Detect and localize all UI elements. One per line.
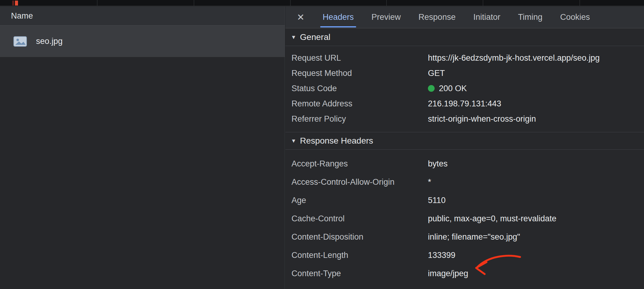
header-value-text: GET <box>428 69 445 78</box>
header-key: Request URL <box>291 53 428 63</box>
general-section-title: General <box>300 32 331 42</box>
column-divider <box>290 0 291 6</box>
overview-red-tick-dark <box>12 1 14 5</box>
header-key: Referrer Policy <box>291 114 428 124</box>
header-key: Cache-Control <box>291 214 428 223</box>
header-value-text: https://jk-6edzsdymb-jk-host.vercel.app/… <box>428 53 600 63</box>
header-key: Status Code <box>291 84 428 93</box>
header-row: Cache-Control public, max-age=0, must-re… <box>285 209 644 228</box>
header-value: inline; filename="seo.jpg" <box>428 232 520 242</box>
header-value: bytes <box>428 159 448 169</box>
image-file-icon <box>13 36 27 47</box>
response-headers-section: ▼ Response Headers Accept-Ranges bytes A… <box>285 132 644 286</box>
header-value: strict-origin-when-cross-origin <box>428 114 536 124</box>
header-row: Remote Address 216.198.79.131:443 <box>285 96 644 111</box>
request-name-label: seo.jpg <box>36 37 63 46</box>
header-value-text: 133399 <box>428 251 455 260</box>
general-section: ▼ General Request URL https://jk-6edzsdy… <box>285 28 644 132</box>
header-value-text: 200 OK <box>439 84 467 93</box>
header-value-text: bytes <box>428 159 448 169</box>
header-value: https://jk-6edzsdymb-jk-host.vercel.app/… <box>428 53 600 63</box>
disclosure-triangle-icon: ▼ <box>291 34 296 40</box>
column-divider <box>194 0 194 6</box>
header-value: 216.198.79.131:443 <box>428 99 501 109</box>
details-tab-bar: ✕ Headers Preview Response Initiator Tim… <box>285 6 644 28</box>
header-row: Content-Disposition inline; filename="se… <box>285 228 644 246</box>
request-row-selected[interactable]: seo.jpg <box>0 26 285 57</box>
header-key: Age <box>291 196 428 205</box>
header-value-text: 5110 <box>428 196 446 205</box>
status-green-dot-icon <box>428 85 435 92</box>
header-key: Access-Control-Allow-Origin <box>291 177 428 187</box>
general-section-header[interactable]: ▼ General <box>285 28 644 46</box>
header-row: Request URL https://jk-6edzsdymb-jk-host… <box>285 50 644 66</box>
close-panel-button[interactable]: ✕ <box>294 12 307 23</box>
header-value-text: public, max-age=0, must-revalidate <box>428 214 556 223</box>
header-value-text: image/jpeg <box>428 269 468 278</box>
header-row: Content-Length 133399 <box>285 246 644 264</box>
response-header-rows: Accept-Ranges bytes Access-Control-Allow… <box>285 150 644 286</box>
name-column-header[interactable]: Name <box>0 6 285 26</box>
tab-headers[interactable]: Headers <box>320 6 356 28</box>
column-divider <box>386 0 387 6</box>
column-divider <box>97 0 97 6</box>
header-key: Remote Address <box>291 99 428 109</box>
tab-initiator[interactable]: Initiator <box>471 6 503 28</box>
header-key: Content-Type <box>291 269 428 278</box>
tab-preview[interactable]: Preview <box>369 6 403 28</box>
header-value: 133399 <box>428 251 455 260</box>
name-column-label: Name <box>11 11 33 21</box>
column-divider <box>580 0 580 6</box>
header-value: 200 OK <box>428 84 467 93</box>
header-row: Content-Type image/jpeg <box>285 264 644 283</box>
header-row: Access-Control-Allow-Origin * <box>285 173 644 191</box>
header-value: public, max-age=0, must-revalidate <box>428 214 556 223</box>
header-value: * <box>428 177 431 187</box>
header-row: Accept-Ranges bytes <box>285 155 644 173</box>
header-key: Accept-Ranges <box>291 159 428 169</box>
network-overview-strip <box>0 0 644 6</box>
header-value: GET <box>428 69 445 78</box>
disclosure-triangle-icon: ▼ <box>291 138 296 144</box>
general-rows: Request URL https://jk-6edzsdymb-jk-host… <box>285 46 644 132</box>
header-value: 5110 <box>428 196 446 205</box>
header-key: Request Method <box>291 69 428 78</box>
header-row: Age 5110 <box>285 191 644 209</box>
header-value-text: 216.198.79.131:443 <box>428 99 501 109</box>
header-key: Content-Length <box>291 251 428 260</box>
header-key: Content-Disposition <box>291 232 428 242</box>
request-list: seo.jpg <box>0 26 285 57</box>
header-row: Status Code 200 OK <box>285 81 644 96</box>
request-details-panel: ✕ Headers Preview Response Initiator Tim… <box>285 6 644 289</box>
network-request-list-panel: Name seo.jpg <box>0 6 285 289</box>
response-headers-section-title: Response Headers <box>300 136 373 146</box>
header-row: Request Method GET <box>285 66 644 81</box>
column-divider <box>483 0 483 6</box>
tab-response[interactable]: Response <box>416 6 458 28</box>
header-row: Referrer Policy strict-origin-when-cross… <box>285 111 644 127</box>
header-value: image/jpeg <box>428 269 468 278</box>
tab-cookies[interactable]: Cookies <box>558 6 592 28</box>
header-value-text: strict-origin-when-cross-origin <box>428 114 536 124</box>
overview-red-tick-bright <box>15 1 18 5</box>
tab-timing[interactable]: Timing <box>516 6 545 28</box>
response-headers-section-header[interactable]: ▼ Response Headers <box>285 132 644 150</box>
header-value-text: * <box>428 177 431 187</box>
header-value-text: inline; filename="seo.jpg" <box>428 232 520 242</box>
